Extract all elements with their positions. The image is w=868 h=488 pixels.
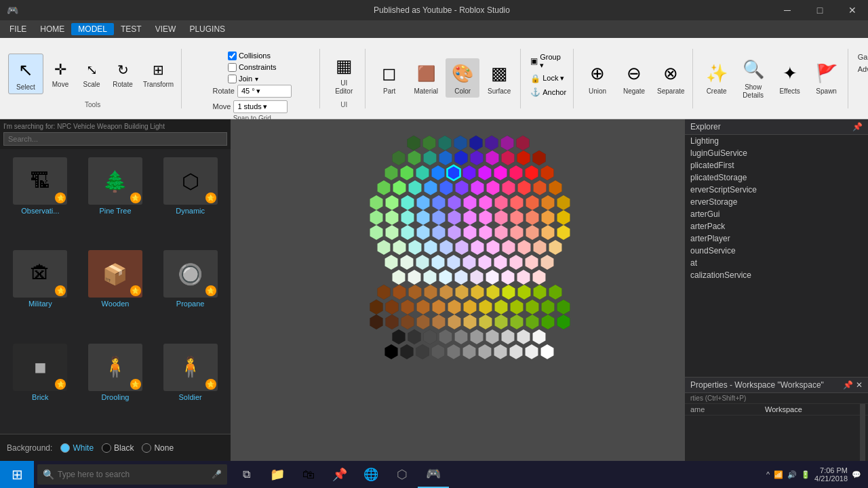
- taskbar-file-explorer[interactable]: 📁: [262, 461, 293, 488]
- color-hex-cell[interactable]: [549, 285, 561, 300]
- color-hex-cell[interactable]: [479, 195, 492, 210]
- color-hex-cell[interactable]: [494, 344, 507, 359]
- color-hex-cell[interactable]: [526, 314, 538, 329]
- color-hex-cell[interactable]: [502, 240, 515, 255]
- color-hex-cell[interactable]: [532, 270, 545, 285]
- bg-none-option[interactable]: None: [142, 443, 174, 453]
- explorer-item-replicatedstorage[interactable]: plicatedStorage: [685, 171, 868, 184]
- asset-item-dynamic[interactable]: ⬡ ⭐ Dynamic: [155, 155, 225, 242]
- taskbar-browser[interactable]: 🌐: [355, 461, 387, 488]
- show-details-button[interactable]: 🔍 ShowDetails: [736, 54, 770, 102]
- color-hex-cell[interactable]: [422, 136, 435, 150]
- explorer-item-pluginguiservice[interactable]: luginGuiService: [685, 147, 868, 159]
- color-hex-cell[interactable]: [392, 329, 405, 344]
- effects-button[interactable]: ✦ Effects: [773, 58, 807, 98]
- bg-black-option[interactable]: Black: [102, 443, 134, 453]
- menu-file[interactable]: FILE: [3, 23, 33, 35]
- color-hex-cell[interactable]: [478, 344, 491, 359]
- viewport[interactable]: [231, 119, 685, 461]
- battery-icon[interactable]: 🔋: [801, 470, 810, 479]
- color-hex-cell[interactable]: [549, 180, 561, 195]
- color-hex-cell[interactable]: [471, 285, 484, 300]
- join-checkbox[interactable]: Join: [228, 75, 252, 83]
- transform-button[interactable]: ⊞ Transform: [140, 57, 177, 91]
- color-hex-cell[interactable]: [485, 136, 498, 150]
- color-hex-cell[interactable]: [470, 329, 483, 344]
- color-hex-cell[interactable]: [423, 329, 436, 344]
- color-hex-cell[interactable]: [525, 165, 538, 180]
- color-hex-cell[interactable]: [479, 300, 492, 314]
- asset-item-wooden[interactable]: 📦 ⭐ Wooden: [81, 247, 151, 335]
- spawn-button[interactable]: 🚩 Spawn: [810, 58, 844, 98]
- anchor-button[interactable]: ⚓ Anchor: [528, 86, 569, 98]
- color-hex-cell[interactable]: [541, 225, 554, 240]
- color-hex-cell[interactable]: [516, 136, 529, 150]
- color-hex-cell[interactable]: [509, 255, 522, 270]
- color-hex-cell[interactable]: [509, 165, 522, 180]
- color-hex-cell[interactable]: [462, 165, 475, 180]
- color-hex-cell[interactable]: [408, 270, 420, 285]
- color-hex-cell[interactable]: [494, 225, 507, 240]
- color-hex-cell[interactable]: [448, 210, 460, 225]
- color-hex-cell[interactable]: [454, 329, 467, 344]
- color-hex-cell[interactable]: [448, 300, 460, 314]
- color-hex-cell[interactable]: [463, 314, 476, 329]
- select-button[interactable]: ↖ Select: [8, 54, 43, 94]
- color-hex-cell[interactable]: [447, 255, 460, 270]
- color-hex-cell[interactable]: [541, 195, 554, 210]
- color-hex-cell[interactable]: [384, 165, 397, 180]
- color-hex-cell[interactable]: [494, 195, 507, 210]
- move-snap-dropdown[interactable]: 1 studs▾: [233, 100, 288, 113]
- color-hex-cell[interactable]: [416, 210, 429, 225]
- color-hex-cell[interactable]: [400, 165, 413, 180]
- color-hex-cell[interactable]: [463, 195, 476, 210]
- color-hex-cell[interactable]: [526, 225, 538, 240]
- color-hex-cell[interactable]: [384, 344, 397, 359]
- scale-button[interactable]: ⤡ Scale: [77, 57, 106, 91]
- color-hex-cell[interactable]: [501, 150, 514, 165]
- asset-item-military[interactable]: 🏚 ⭐ Military: [5, 247, 75, 335]
- color-hex-cell[interactable]: [486, 285, 499, 300]
- volume-icon[interactable]: 🔊: [787, 470, 797, 479]
- color-hex-cell[interactable]: [502, 180, 515, 195]
- color-hex-cell[interactable]: [541, 300, 554, 314]
- color-hex-cell[interactable]: [416, 344, 429, 359]
- color-hex-cell[interactable]: [557, 225, 570, 240]
- asset-item-observatory[interactable]: 🏗 ⭐ Observati...: [5, 155, 75, 242]
- color-hex-cell[interactable]: [517, 180, 530, 195]
- color-hex-cell[interactable]: [416, 314, 429, 329]
- color-hex-cell[interactable]: [385, 225, 398, 240]
- color-hex-cell[interactable]: [407, 136, 420, 150]
- color-hex-cell[interactable]: [377, 285, 390, 300]
- color-hex-cell[interactable]: [510, 314, 523, 329]
- explorer-item-startergui[interactable]: arterGui: [685, 208, 868, 220]
- color-hex-cell[interactable]: [454, 150, 467, 165]
- notification-icon[interactable]: 💬: [852, 470, 861, 479]
- color-hex-cell[interactable]: [463, 225, 476, 240]
- prop-row-workspace[interactable]: ame Workspace: [685, 404, 868, 415]
- color-hex-cell[interactable]: [401, 314, 414, 329]
- color-hex-cell[interactable]: [447, 165, 460, 180]
- maximize-button[interactable]: □: [804, 0, 835, 20]
- color-hex-cell[interactable]: [424, 285, 437, 300]
- color-hex-cell[interactable]: [463, 210, 476, 225]
- taskbar-clock[interactable]: 7:06 PM 4/21/2018: [814, 466, 848, 483]
- color-hex-cell[interactable]: [532, 329, 545, 344]
- menu-model[interactable]: MODEL: [71, 23, 114, 35]
- color-hex-cell[interactable]: [377, 240, 390, 255]
- asset-item-propane[interactable]: 🔘 ⭐ Propane: [155, 247, 225, 335]
- color-hex-cell[interactable]: [370, 225, 382, 240]
- color-hex-cell[interactable]: [510, 225, 523, 240]
- color-hex-cell[interactable]: [400, 255, 413, 270]
- color-hex-cell[interactable]: [448, 225, 460, 240]
- color-hex-cell[interactable]: [532, 150, 545, 165]
- color-hex-cell[interactable]: [469, 136, 482, 150]
- color-hex-cell[interactable]: [540, 255, 553, 270]
- color-hex-cell[interactable]: [540, 344, 553, 359]
- gameplay-button[interactable]: Gameplay: [855, 52, 868, 62]
- taskbar-epic-games[interactable]: ⬡: [387, 461, 418, 488]
- color-hex-cell[interactable]: [526, 300, 538, 314]
- color-hex-cell[interactable]: [431, 165, 444, 180]
- color-hex-cell[interactable]: [501, 270, 514, 285]
- color-hex-cell[interactable]: [408, 180, 421, 195]
